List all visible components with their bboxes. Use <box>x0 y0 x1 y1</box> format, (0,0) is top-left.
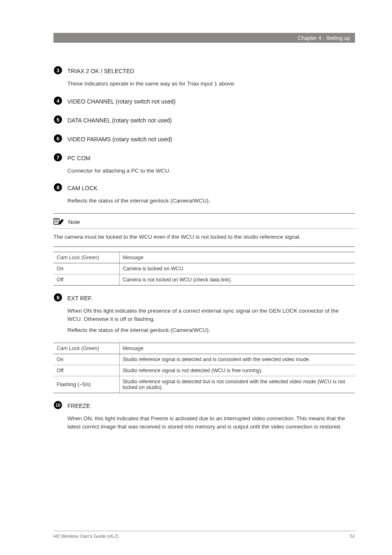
item-title: FREEZE <box>67 403 90 409</box>
item-title: CAM LOCK <box>67 185 97 191</box>
item-body: Reflects the status of the internal genl… <box>67 197 355 205</box>
table-cell: On <box>53 263 119 274</box>
table-header: Message <box>119 343 355 354</box>
circled-number-icon: 7 <box>53 153 63 164</box>
circled-number-icon: 9 <box>53 293 63 304</box>
item-body: When ON this light indicates the presenc… <box>67 307 355 334</box>
cam-lock-table-1: Cam Lock (Green) Message On Camera is lo… <box>53 252 355 286</box>
table-cell: Studio reference signal is not detected … <box>119 365 355 376</box>
svg-text:10: 10 <box>55 403 60 408</box>
table-cell: Flashing (~5/s) <box>53 376 119 393</box>
divider <box>53 213 355 214</box>
circled-number-icon: 10 <box>53 401 63 411</box>
item-title: DATA CHANNEL (rotary switch not used) <box>67 117 172 124</box>
svg-text:6: 6 <box>56 135 59 141</box>
item-body: Connector for attaching a PC to the WCU. <box>67 167 355 175</box>
divider <box>53 246 355 247</box>
circled-number-icon: 5 <box>53 115 63 126</box>
item-title: PC COM <box>67 155 90 161</box>
table-row: On Studio reference signal is detected a… <box>53 354 355 365</box>
circled-number-icon: 6 <box>53 134 63 145</box>
table-row: Off Camera is not locked on WCU (check d… <box>53 274 355 286</box>
table-header: Cam Lock (Green) <box>53 252 119 263</box>
paragraph: Reflects the status of the internal genl… <box>67 326 355 334</box>
cam-lock-table-2: Cam Lock (Green) Message On Studio refer… <box>53 343 355 393</box>
item-body: These indicators operate in the same way… <box>67 80 355 88</box>
item-8: 8 CAM LOCK Reflects the status of the in… <box>53 183 355 205</box>
table-cell: Studio reference signal is detected but … <box>119 376 355 393</box>
circled-number-icon: 3 <box>53 66 63 76</box>
divider-dashed <box>53 228 355 229</box>
item-4: 4 VIDEO CHANNEL (rotary switch not used) <box>53 96 355 107</box>
svg-text:3: 3 <box>56 67 59 74</box>
svg-text:4: 4 <box>56 97 60 104</box>
item-body: When ON, this light indicates that Freez… <box>67 415 355 431</box>
circled-number-icon: 8 <box>53 183 63 193</box>
svg-text:9: 9 <box>56 295 59 301</box>
circled-number-icon: 4 <box>53 96 63 107</box>
svg-rect-12 <box>54 219 59 224</box>
footer-divider <box>53 531 355 531</box>
item-3: 3 TRIAX 2 OK / SELECTED These indicators… <box>53 66 355 88</box>
item-title: TRIAX 2 OK / SELECTED <box>67 68 134 74</box>
table-cell: On <box>53 354 119 365</box>
table-cell: Camera is locked on WCU. <box>119 263 355 274</box>
note-icon <box>53 218 64 227</box>
table-row: Flashing (~5/s) Studio reference signal … <box>53 376 355 393</box>
item-title: VIDEO PARAMS (rotary switch not used) <box>67 136 172 143</box>
svg-text:7: 7 <box>56 154 59 160</box>
note-text: The camera must be locked to the WCU eve… <box>53 233 355 241</box>
item-title: VIDEO CHANNEL (rotary switch not used) <box>67 98 175 105</box>
table-cell: Off <box>53 365 119 376</box>
item-10: 10 FREEZE When ON, this light indicates … <box>53 401 355 431</box>
item-title: EXT REF. <box>67 295 92 302</box>
page-footer: HD Wireless User's Guide (v6.2) 51 <box>53 531 355 539</box>
item-6: 6 VIDEO PARAMS (rotary switch not used) <box>53 134 355 145</box>
table-cell: Camera is not locked on WCU (check data … <box>119 274 355 286</box>
item-7: 7 PC COM Connector for attaching a PC to… <box>53 153 355 175</box>
chapter-header: Chapter 4 - Setting up <box>53 33 355 43</box>
table-header: Message <box>119 252 355 263</box>
chapter-title: Chapter 4 - Setting up <box>298 35 350 41</box>
table-row: Off Studio reference signal is not detec… <box>53 365 355 376</box>
table-header: Cam Lock (Green) <box>53 343 119 354</box>
item-9: 9 EXT REF. When ON this light indicates … <box>53 293 355 334</box>
svg-text:8: 8 <box>56 184 59 191</box>
footer-left: HD Wireless User's Guide (v6.2) <box>53 534 119 539</box>
page-number: 51 <box>350 534 355 539</box>
note-header: Note <box>53 218 355 227</box>
table-cell: Studio reference signal is detected and … <box>119 354 355 365</box>
svg-text:5: 5 <box>56 116 59 122</box>
item-5: 5 DATA CHANNEL (rotary switch not used) <box>53 115 355 126</box>
paragraph: When ON this light indicates the presenc… <box>67 307 355 323</box>
table-row: On Camera is locked on WCU. <box>53 263 355 274</box>
table-cell: Off <box>53 274 119 286</box>
note-label: Note <box>68 219 80 225</box>
